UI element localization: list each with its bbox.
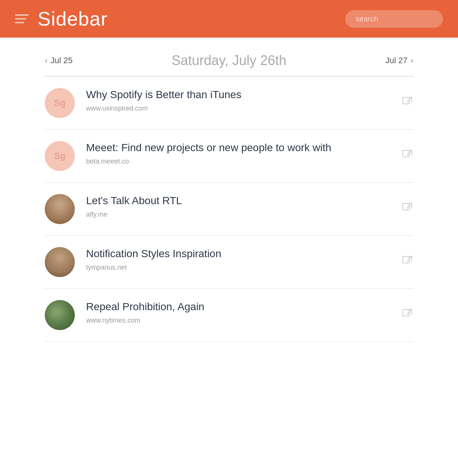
item-url: beta.meeet.co bbox=[86, 158, 394, 165]
item-content: Notification Styles Inspiration tympanus… bbox=[86, 247, 394, 271]
avatar bbox=[45, 300, 75, 330]
item-content: Why Spotify is Better than iTunes www.ux… bbox=[86, 88, 394, 112]
item-title: Let's Talk About RTL bbox=[86, 194, 394, 208]
feed-list: Sg Why Spotify is Better than iTunes www… bbox=[45, 77, 413, 342]
item-url: www.uxinspired.com bbox=[86, 105, 394, 112]
avatar-initials: Sg bbox=[54, 151, 66, 161]
list-item: Let's Talk About RTL alfy.me bbox=[45, 183, 413, 236]
chevron-left-icon: ‹ bbox=[45, 56, 47, 65]
hamburger-menu-button[interactable] bbox=[15, 14, 29, 23]
item-content: Meeet: Find new projects or new people t… bbox=[86, 141, 394, 165]
avatar-initials: Sg bbox=[54, 98, 66, 108]
item-title: Meeet: Find new projects or new people t… bbox=[86, 141, 394, 155]
item-title: Notification Styles Inspiration bbox=[86, 247, 394, 261]
item-content: Let's Talk About RTL alfy.me bbox=[86, 194, 394, 218]
avatar bbox=[45, 194, 75, 224]
item-title: Repeal Prohibition, Again bbox=[86, 300, 394, 314]
external-link-icon[interactable] bbox=[401, 255, 413, 270]
next-date-button[interactable]: Jul 27 › bbox=[385, 56, 413, 65]
avatar bbox=[45, 247, 75, 277]
external-link-icon[interactable] bbox=[401, 96, 413, 111]
avatar: Sg bbox=[45, 88, 75, 118]
next-date-label: Jul 27 bbox=[385, 56, 408, 65]
app-header: Sidebar bbox=[0, 0, 458, 38]
list-item: Notification Styles Inspiration tympanus… bbox=[45, 236, 413, 289]
main-content: ‹ Jul 25 Saturday, July 26th Jul 27 › Sg… bbox=[22, 38, 436, 364]
search-input[interactable] bbox=[345, 10, 443, 28]
item-url: www.nytimes.com bbox=[86, 317, 394, 324]
list-item: Sg Why Spotify is Better than iTunes www… bbox=[45, 77, 413, 130]
list-item: Sg Meeet: Find new projects or new peopl… bbox=[45, 130, 413, 183]
app-title: Sidebar bbox=[38, 8, 345, 30]
list-item: Repeal Prohibition, Again www.nytimes.co… bbox=[45, 289, 413, 342]
external-link-icon[interactable] bbox=[401, 202, 413, 217]
current-date-label: Saturday, July 26th bbox=[171, 53, 287, 68]
item-title: Why Spotify is Better than iTunes bbox=[86, 88, 394, 102]
avatar: Sg bbox=[45, 141, 75, 171]
item-url: tympanus.net bbox=[86, 264, 394, 271]
chevron-right-icon: › bbox=[411, 56, 413, 65]
prev-date-button[interactable]: ‹ Jul 25 bbox=[45, 56, 73, 65]
prev-date-label: Jul 25 bbox=[50, 56, 73, 65]
item-content: Repeal Prohibition, Again www.nytimes.co… bbox=[86, 300, 394, 324]
external-link-icon[interactable] bbox=[401, 149, 413, 164]
date-navigation: ‹ Jul 25 Saturday, July 26th Jul 27 › bbox=[45, 53, 413, 68]
external-link-icon[interactable] bbox=[401, 308, 413, 323]
item-url: alfy.me bbox=[86, 211, 394, 218]
